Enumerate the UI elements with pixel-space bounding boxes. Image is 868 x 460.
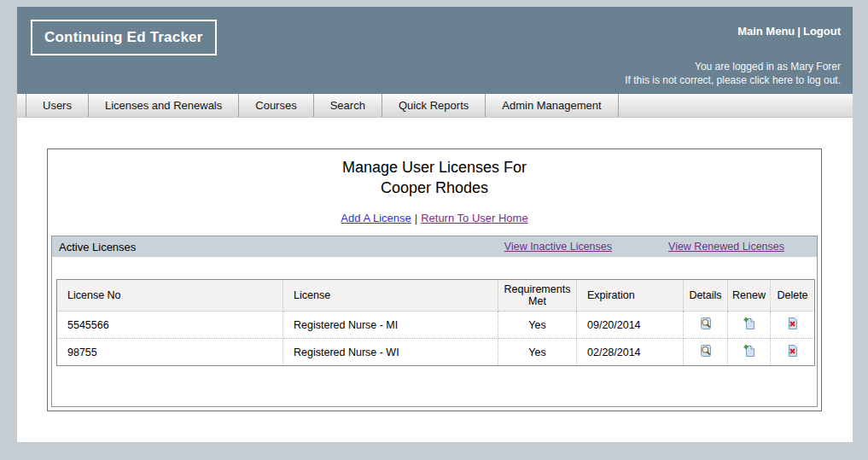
- requirements-met-cell: Yes: [498, 312, 577, 339]
- return-to-user-home-link[interactable]: Return To User Home: [421, 212, 527, 224]
- links-separator: |: [411, 212, 421, 224]
- license-no-cell: 98755: [57, 339, 283, 366]
- content-area: Manage User Licenses For Cooper Rhodes A…: [17, 118, 853, 442]
- active-licenses-section: Active Licenses View Inactive Licenses V…: [51, 236, 818, 407]
- login-info: You are logged in as Mary Forer If this …: [625, 60, 841, 87]
- masthead: Continuing Ed Tracker Main Menu|Logout Y…: [17, 7, 853, 94]
- delete-button[interactable]: [786, 317, 800, 333]
- delete-button[interactable]: [786, 344, 800, 360]
- page-title-line1: Manage User Licenses For: [48, 157, 821, 178]
- document-delete-icon: [786, 344, 800, 358]
- expiration-cell: 09/20/2014: [577, 312, 684, 339]
- requirements-met-cell: Yes: [498, 339, 577, 366]
- renew-button[interactable]: [743, 344, 756, 360]
- masthead-right: Main Menu|Logout You are logged in as Ma…: [625, 7, 841, 87]
- manage-licenses-panel: Manage User Licenses For Cooper Rhodes A…: [47, 148, 822, 411]
- main-navbar: Users Licenses and Renewals Courses Sear…: [17, 94, 853, 118]
- page-title-line2: Cooper Rhodes: [48, 178, 821, 198]
- section-header-links: View Inactive Licenses View Renewed Lice…: [504, 241, 810, 253]
- app-window: Continuing Ed Tracker Main Menu|Logout Y…: [17, 7, 853, 442]
- tab-search[interactable]: Search: [314, 94, 382, 117]
- magnifier-document-icon: [699, 344, 713, 358]
- col-license: License: [283, 280, 498, 312]
- view-renewed-licenses-link[interactable]: View Renewed Licenses: [668, 241, 784, 253]
- col-details: Details: [684, 280, 728, 312]
- table-row: 98755 Registered Nurse - WI Yes 02/28/20…: [57, 339, 815, 366]
- logout-link[interactable]: Logout: [803, 25, 841, 38]
- tab-admin-management[interactable]: Admin Management: [486, 94, 618, 117]
- tab-quick-reports[interactable]: Quick Reports: [382, 94, 486, 117]
- document-delete-icon: [786, 317, 800, 330]
- view-inactive-licenses-link[interactable]: View Inactive Licenses: [504, 241, 612, 253]
- page-title: Manage User Licenses For Cooper Rhodes: [48, 157, 821, 199]
- tab-licenses-and-renewals[interactable]: Licenses and Renewals: [89, 94, 239, 117]
- license-no-cell: 5545566: [57, 312, 283, 339]
- main-menu-link[interactable]: Main Menu: [737, 25, 795, 38]
- details-button[interactable]: [699, 317, 713, 333]
- tab-courses[interactable]: Courses: [239, 94, 313, 117]
- renew-button[interactable]: [743, 317, 756, 333]
- action-links: Add A License|Return To User Home: [48, 212, 821, 224]
- table-header-row: License No License Requirements Met Expi…: [57, 280, 815, 312]
- col-renew: Renew: [728, 280, 771, 312]
- expiration-cell: 02/28/2014: [577, 339, 684, 366]
- col-expiration: Expiration: [577, 280, 684, 312]
- menu-separator: |: [795, 25, 803, 38]
- tab-users[interactable]: Users: [26, 94, 89, 117]
- document-plus-icon: [743, 317, 756, 330]
- add-a-license-link[interactable]: Add A License: [341, 212, 411, 224]
- col-requirements-met: Requirements Met: [498, 280, 577, 312]
- document-plus-icon: [743, 344, 756, 358]
- table-row: 5545566 Registered Nurse - MI Yes 09/20/…: [57, 312, 815, 339]
- details-button[interactable]: [699, 344, 713, 360]
- app-logo: Continuing Ed Tracker: [31, 20, 217, 55]
- logged-in-text: You are logged in as Mary Forer: [625, 60, 841, 73]
- license-cell: Registered Nurse - WI: [283, 339, 498, 366]
- licenses-table: License No License Requirements Met Expi…: [56, 279, 815, 366]
- logout-hint-text[interactable]: If this is not correct, please click her…: [625, 73, 841, 87]
- masthead-menu: Main Menu|Logout: [625, 25, 841, 38]
- col-license-no: License No: [57, 280, 283, 312]
- section-title: Active Licenses: [59, 241, 136, 253]
- magnifier-document-icon: [699, 317, 713, 330]
- col-delete: Delete: [771, 280, 815, 312]
- active-licenses-header: Active Licenses View Inactive Licenses V…: [52, 236, 817, 257]
- license-cell: Registered Nurse - MI: [283, 312, 498, 339]
